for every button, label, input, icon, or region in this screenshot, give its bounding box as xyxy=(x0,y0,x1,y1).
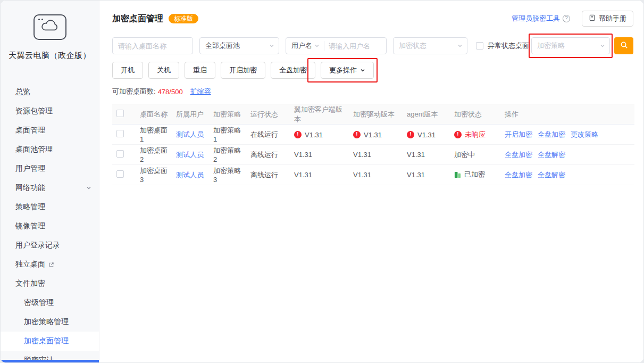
exclamation-circle-icon: ! xyxy=(294,131,302,138)
owner-user-link[interactable]: 测试人员 xyxy=(176,130,204,138)
cell-actions: 全盘加密全盘解密 xyxy=(500,165,634,185)
cell-policy: 加密策略2 xyxy=(209,145,246,165)
chevron-down-icon xyxy=(314,43,320,48)
action-toolbar: 开机 关机 重启 开启加密 全盘加密 更多操作 xyxy=(99,62,643,79)
sidebar-item-9[interactable]: 用户登录记录 xyxy=(1,236,99,255)
more-actions-label: 更多操作 xyxy=(329,65,357,75)
restart-button[interactable]: 重启 xyxy=(185,62,215,79)
help-manual-label: 帮助手册 xyxy=(599,14,626,23)
status-text: 已加密 xyxy=(464,170,485,179)
version-text: V1.31 xyxy=(294,171,312,179)
sidebar-item-7[interactable]: 策略管理 xyxy=(1,197,99,217)
column-header-3: 加密策略 xyxy=(209,104,246,125)
cell-run-status: 离线运行 xyxy=(246,165,290,185)
cell-client-version: V1.31 xyxy=(290,145,349,165)
row-checkbox[interactable] xyxy=(116,150,124,158)
app-window: 天翼云电脑（政企版） 总览资源包管理桌面管理桌面池管理用户管理网络功能策略管理镜… xyxy=(0,0,644,363)
owner-user-link[interactable]: 测试人员 xyxy=(176,151,204,159)
search-button[interactable] xyxy=(614,37,633,54)
scale-capacity-link[interactable]: 扩缩容 xyxy=(190,87,211,96)
row-action-1[interactable]: 全盘加密 xyxy=(505,171,532,179)
quota-label: 可加密桌面数: xyxy=(112,87,156,96)
more-actions-button[interactable]: 更多操作 xyxy=(321,62,374,79)
desktop-name-input[interactable] xyxy=(112,37,193,54)
sidebar-item-11[interactable]: 文件加密 xyxy=(1,274,99,293)
version-text: V1.31 xyxy=(407,151,425,159)
sidebar-item-2[interactable]: 资源包管理 xyxy=(1,102,99,121)
sidebar-item-label: 镜像管理 xyxy=(15,221,45,231)
cloud-icon xyxy=(40,19,60,36)
row-action-1[interactable]: 开启加密 xyxy=(505,130,532,138)
admin-decrypt-tool-link[interactable]: 管理员脱密工具 ? xyxy=(512,14,570,23)
sidebar-item-3[interactable]: 桌面管理 xyxy=(1,121,99,140)
row-checkbox[interactable] xyxy=(116,170,124,178)
sidebar-item-1[interactable]: 总览 xyxy=(1,82,99,102)
help-manual-button[interactable]: 帮助手册 xyxy=(582,11,633,27)
row-action-3[interactable]: 更改策略 xyxy=(571,130,598,138)
table-row: 加密桌面1测试人员加密策略1在线运行!V1.31!V1.31!V1.31!未响应… xyxy=(112,125,634,145)
cell-policy: 加密策略1 xyxy=(209,125,246,145)
column-header-9: 操作 xyxy=(500,104,634,125)
cell-encrypt-status: 加密中 xyxy=(450,145,500,165)
row-checkbox[interactable] xyxy=(116,130,124,137)
page-title: 加密桌面管理 xyxy=(112,13,163,24)
select-all-checkbox[interactable] xyxy=(116,110,124,117)
sidebar-item-label: 桌面管理 xyxy=(15,126,45,135)
sidebar-item-label: 桌面池管理 xyxy=(15,145,53,154)
sidebar-bottom-bar xyxy=(1,360,99,362)
pool-select[interactable]: 全部桌面池 xyxy=(199,37,279,54)
abnormal-desktop-checkbox[interactable] xyxy=(476,42,483,50)
sidebar-item-label: 文件加密 xyxy=(15,279,45,288)
cell-desktop-name: 加密桌面2 xyxy=(136,145,172,165)
policy-select[interactable]: 加密策略 xyxy=(531,37,610,54)
row-action-2[interactable]: 全盘解密 xyxy=(538,171,565,179)
quota-value: 478/500 xyxy=(158,88,183,96)
exclamation-circle-icon: ! xyxy=(407,131,414,138)
sidebar-item-8[interactable]: 镜像管理 xyxy=(1,217,99,236)
sidebar-item-label: 资源包管理 xyxy=(15,106,53,116)
cell-owner-user: 测试人员 xyxy=(172,125,209,145)
pool-select-value: 全部桌面池 xyxy=(205,41,240,51)
sidebar-item-13[interactable]: 加密策略管理 xyxy=(1,312,99,332)
cell-policy: 加密策略3 xyxy=(209,165,246,185)
status-text: 未响应 xyxy=(465,130,486,139)
logo-dot xyxy=(41,19,43,20)
username-input[interactable] xyxy=(324,42,386,50)
row-action-2[interactable]: 全盘解密 xyxy=(538,151,565,159)
sidebar-item-4[interactable]: 桌面池管理 xyxy=(1,140,99,159)
cell-client-version: !V1.31 xyxy=(290,125,349,145)
power-on-button[interactable]: 开机 xyxy=(112,62,143,79)
sidebar-item-10[interactable]: 独立桌面 xyxy=(1,255,99,274)
sidebar-item-14[interactable]: 加密桌面管理 xyxy=(1,332,99,351)
row-action-1[interactable]: 全盘加密 xyxy=(505,151,532,159)
user-type-select[interactable]: 用户名 xyxy=(286,38,324,54)
table-row: 加密桌面3测试人员加密策略3离线运行V1.31V1.31V1.31已加密全盘加密… xyxy=(112,165,634,185)
chevron-down-icon xyxy=(269,43,274,48)
user-filter-combo: 用户名 xyxy=(286,37,387,54)
table-row: 加密桌面2测试人员加密策略2离线运行V1.31V1.31V1.31加密中全盘加密… xyxy=(112,145,634,165)
cell-desktop-name: 加密桌面1 xyxy=(136,125,172,145)
power-off-button[interactable]: 关机 xyxy=(148,62,179,79)
enable-encrypt-button[interactable]: 开启加密 xyxy=(221,62,265,79)
abnormal-desktop-filter[interactable]: 异常状态桌面 xyxy=(476,41,529,51)
exclamation-circle-icon: ! xyxy=(353,131,361,138)
encrypt-status-select[interactable]: 加密状态 xyxy=(393,37,467,54)
owner-user-link[interactable]: 测试人员 xyxy=(176,171,204,179)
admin-decrypt-tool-label: 管理员脱密工具 xyxy=(512,14,560,23)
row-action-2[interactable]: 全盘加密 xyxy=(538,130,565,138)
sidebar-item-label: 密级管理 xyxy=(24,298,54,308)
cell-driver-version: V1.31 xyxy=(349,165,403,185)
full-disk-encrypt-button[interactable]: 全盘加密 xyxy=(271,62,315,79)
sidebar-item-12[interactable]: 密级管理 xyxy=(1,293,99,312)
column-header-1: 桌面名称 xyxy=(136,104,172,125)
chevron-down-icon xyxy=(457,43,463,48)
cell-driver-version: !V1.31 xyxy=(349,125,403,145)
sidebar-item-label: 用户管理 xyxy=(15,164,45,174)
encrypt-status-placeholder: 加密状态 xyxy=(399,41,426,51)
cell-desktop-name: 加密桌面3 xyxy=(136,165,172,185)
sidebar-item-6[interactable]: 网络功能 xyxy=(1,178,99,197)
brand-name: 天翼云电脑（政企版） xyxy=(1,51,99,61)
chevron-down-icon xyxy=(86,185,91,191)
cell-run-status: 在线运行 xyxy=(246,125,290,145)
sidebar-item-5[interactable]: 用户管理 xyxy=(1,159,99,178)
